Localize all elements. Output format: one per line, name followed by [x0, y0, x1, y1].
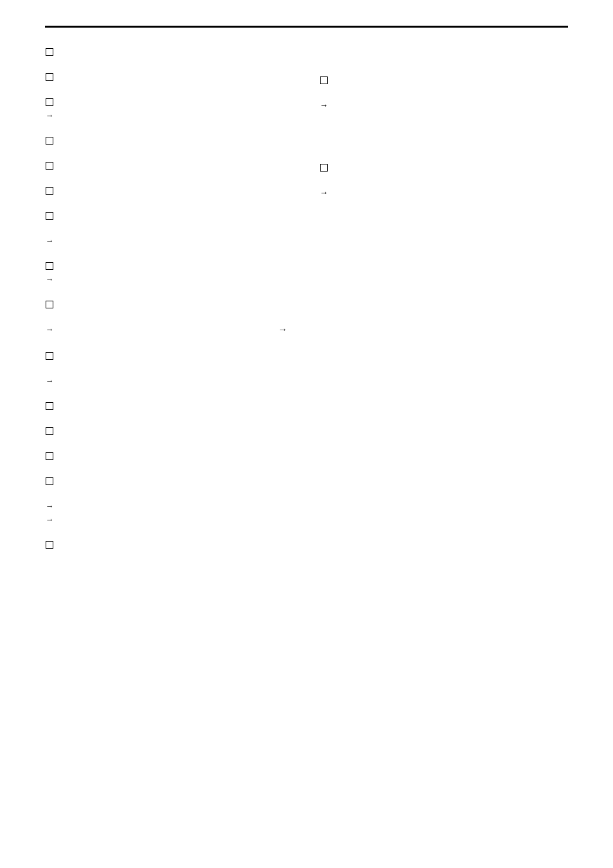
list-item-row: [45, 47, 294, 57]
list-item: [45, 401, 294, 411]
checkbox-icon: [45, 427, 54, 436]
checkbox-icon: [319, 76, 328, 85]
list-item-text: [335, 100, 568, 109]
list-item-row: [45, 274, 294, 284]
list-item-text: [335, 75, 568, 84]
checkbox-icon: [45, 300, 54, 309]
checkbox-icon: [45, 136, 54, 145]
arrow-right-icon: →: [278, 324, 287, 335]
list-item-row: [45, 299, 294, 309]
list-item: [45, 72, 294, 82]
checkbox-icon: [45, 98, 54, 107]
list-item-text: [60, 324, 192, 333]
list-item: [45, 299, 294, 309]
list-item-text: [60, 515, 294, 524]
list-item-text: [335, 163, 568, 172]
list-item-row: [45, 376, 294, 385]
list-item: [319, 188, 568, 197]
list-item-text: [60, 426, 294, 435]
list-item-text: [60, 136, 294, 145]
header-rule: [45, 26, 568, 28]
list-item-text: [60, 186, 294, 195]
list-item-text: [60, 97, 294, 106]
list-item-row: [319, 100, 568, 110]
list-item-text: [60, 161, 294, 170]
list-item-text: [60, 540, 294, 549]
list-item: [45, 351, 294, 360]
checkbox-icon: [319, 163, 328, 172]
checkbox-icon: [45, 261, 54, 270]
list-item-text: [60, 401, 294, 410]
list-item-row: [45, 476, 294, 486]
list-item-row: [45, 161, 294, 170]
list-item-text: [60, 111, 294, 120]
checkbox-icon: [45, 186, 54, 195]
arrow-right-icon: [45, 275, 54, 284]
arrow-right-icon: [45, 325, 54, 334]
list-item-row: [319, 75, 568, 85]
list-item: [45, 47, 294, 57]
right-column: [319, 47, 568, 197]
list-item-text: [60, 451, 294, 460]
list-item: [45, 426, 294, 436]
list-item: →: [45, 324, 294, 335]
list-item-text: [60, 47, 294, 56]
list-item-row: [45, 97, 294, 107]
checkbox-icon: [45, 351, 54, 360]
checkbox-icon: [45, 402, 54, 411]
list-item-text: [335, 188, 568, 197]
list-item-row: [45, 111, 294, 120]
checkbox-icon: [45, 477, 54, 486]
list-item-row: [45, 186, 294, 195]
list-item-row: [45, 451, 294, 461]
list-item: [45, 501, 294, 524]
list-item-text: [60, 299, 294, 308]
list-item-text: [60, 261, 294, 270]
list-item: [319, 75, 568, 85]
checkbox-icon: [45, 161, 54, 170]
list-item: [45, 186, 294, 195]
list-item-text: [60, 376, 294, 385]
list-item-row: [45, 401, 294, 411]
checkbox-icon: [45, 73, 54, 82]
list-item-row: [45, 72, 294, 82]
list-item-row: →: [45, 324, 294, 335]
list-item: [45, 476, 294, 486]
arrow-right-icon: [319, 188, 328, 197]
arrow-right-icon: [45, 515, 54, 524]
list-item-text: [60, 351, 294, 360]
checkbox-icon: [45, 452, 54, 461]
list-item-row: [45, 426, 294, 436]
list-item-row: [45, 211, 294, 220]
list-item-row: [45, 236, 294, 245]
list-item: [45, 236, 294, 245]
list-item-row: [45, 136, 294, 145]
arrow-right-icon: [319, 101, 328, 110]
checkbox-icon: [45, 211, 54, 220]
list-item: [319, 163, 568, 172]
list-item: [45, 451, 294, 461]
list-item-row: [45, 501, 294, 511]
list-item: [45, 211, 294, 220]
list-item-text: [60, 476, 294, 485]
checkbox-icon: [45, 48, 54, 57]
list-item-text: [60, 501, 294, 510]
checkbox-icon: [45, 540, 54, 549]
list-item: [319, 100, 568, 110]
list-item-text: [60, 236, 294, 245]
list-item: [45, 540, 294, 549]
list-item-text: [60, 211, 294, 220]
list-item: [45, 97, 294, 120]
list-item-text: [60, 72, 294, 81]
left-column: →: [45, 47, 294, 549]
list-item: [45, 376, 294, 385]
arrow-right-icon: [45, 236, 54, 245]
list-item-row: [45, 261, 294, 270]
list-item: [45, 136, 294, 145]
list-item-text: [60, 274, 294, 283]
list-item-row: [319, 188, 568, 197]
list-item: [45, 261, 294, 284]
list-item-row: [319, 163, 568, 172]
list-item-row: [45, 540, 294, 549]
arrow-right-icon: [45, 376, 54, 385]
